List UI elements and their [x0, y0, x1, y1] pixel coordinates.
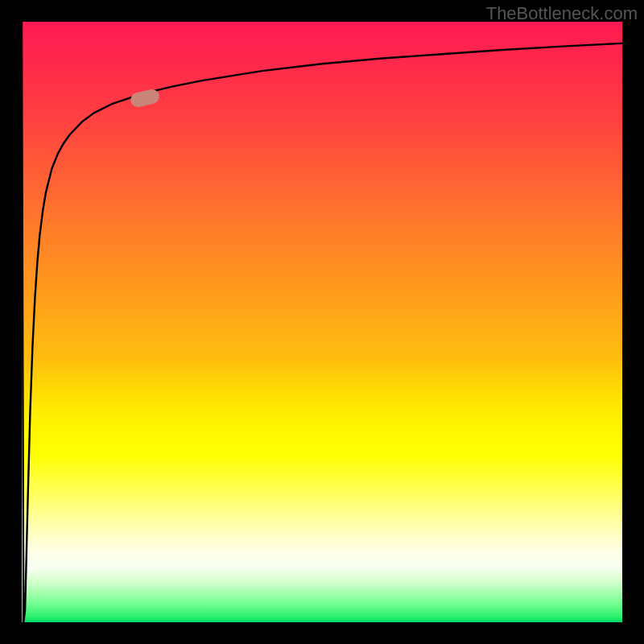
curve-svg [22, 22, 622, 622]
credit-label: TheBottleneck.com [486, 3, 638, 24]
chart-frame: TheBottleneck.com [0, 0, 644, 644]
highlight-marker [129, 89, 160, 109]
bottleneck-curve [22, 22, 622, 622]
plot-area [22, 22, 622, 622]
